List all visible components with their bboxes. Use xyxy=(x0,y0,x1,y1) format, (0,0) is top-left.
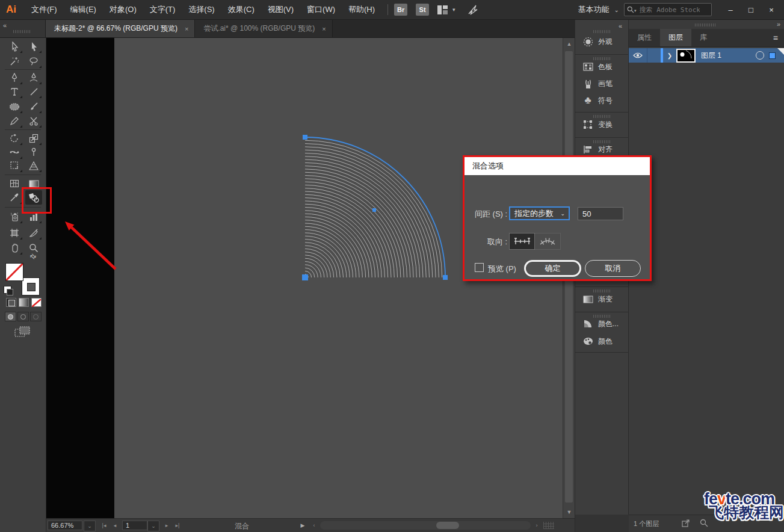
search-input[interactable] xyxy=(638,5,701,14)
maximize-button[interactable]: □ xyxy=(741,3,761,16)
panel-button-symbols[interactable]: ♣ 符号 xyxy=(575,93,629,108)
share-rocket-icon[interactable] xyxy=(468,4,478,15)
collapse-dock-icon[interactable]: « xyxy=(619,22,622,29)
menu-view[interactable]: 视图(V) xyxy=(261,4,300,15)
orientation-align-page-button[interactable] xyxy=(509,233,535,250)
stroke-color-swatch[interactable] xyxy=(22,277,40,295)
paintbrush-tool[interactable] xyxy=(25,99,42,114)
layer-visibility-eye-icon[interactable] xyxy=(629,52,647,58)
artboard-number-field[interactable]: 1 xyxy=(122,521,147,530)
menu-edit[interactable]: 编辑(E) xyxy=(64,4,103,15)
document-tab-active[interactable]: 未标题-2* @ 66.67% (RGB/GPU 预览) × xyxy=(46,20,195,37)
zoom-dropdown-icon[interactable]: ⌄ xyxy=(84,521,96,531)
eyedropper-tool[interactable] xyxy=(6,190,23,205)
layer-expand-chevron-icon[interactable]: ❯ xyxy=(663,52,676,59)
dialog-title-bar[interactable]: 混合选项 xyxy=(465,157,650,175)
screen-mode-button[interactable] xyxy=(14,326,31,341)
free-transform-tool[interactable] xyxy=(6,158,23,173)
tab-libraries[interactable]: 库 xyxy=(691,29,715,46)
panel-button-gradient[interactable]: 渐变 xyxy=(575,291,629,307)
tab-properties[interactable]: 属性 xyxy=(629,29,660,46)
puppet-warp-tool[interactable] xyxy=(25,145,42,159)
collapse-toolbar-icon[interactable]: « xyxy=(3,22,7,29)
selection-tool[interactable] xyxy=(6,39,23,54)
menu-object[interactable]: 对象(O) xyxy=(103,4,143,15)
menu-select[interactable]: 选择(S) xyxy=(182,4,221,15)
stock-search-box[interactable]: ▾ xyxy=(624,3,712,16)
last-artboard-icon[interactable]: ▸| xyxy=(173,521,182,530)
hscroll-left-icon[interactable]: ‹ xyxy=(310,521,318,530)
horizontal-scrollbar-thumb[interactable] xyxy=(436,522,459,529)
scroll-down-icon[interactable]: ▼ xyxy=(563,509,575,515)
horizontal-scrollbar[interactable] xyxy=(320,521,531,530)
layer-row[interactable]: ❯ 图层 1 xyxy=(629,48,784,63)
menu-help[interactable]: 帮助(H) xyxy=(342,4,381,15)
collect-export-icon[interactable] xyxy=(682,519,690,528)
lasso-tool[interactable] xyxy=(25,54,42,69)
bridge-button[interactable]: Br xyxy=(394,4,407,16)
default-fill-stroke-icon[interactable] xyxy=(4,286,11,294)
draw-normal-mode-button[interactable] xyxy=(5,312,16,321)
workspace-switcher[interactable]: 基本功能 ⌄ xyxy=(578,4,624,15)
draw-behind-mode-button[interactable] xyxy=(17,312,29,321)
menu-type[interactable]: 文字(T) xyxy=(143,4,182,15)
expand-dock-icon[interactable]: » xyxy=(777,20,780,28)
orientation-align-path-button[interactable] xyxy=(535,233,561,250)
menu-window[interactable]: 窗口(W) xyxy=(300,4,342,15)
artboard-dropdown-icon[interactable]: ⌄ xyxy=(147,521,159,531)
gradient-mode-button[interactable] xyxy=(19,298,29,307)
illustrator-logo[interactable]: Ai xyxy=(6,4,16,16)
scale-tool[interactable] xyxy=(25,131,42,146)
zoom-level-field[interactable]: 66.67% xyxy=(48,521,82,530)
scissors-tool[interactable] xyxy=(25,114,42,128)
scroll-up-icon[interactable]: ▲ xyxy=(563,41,575,47)
layer-thumbnail[interactable] xyxy=(676,49,696,63)
panel-gripper[interactable] xyxy=(695,23,715,26)
steps-input[interactable] xyxy=(578,207,623,220)
panel-button-color-guide[interactable]: 颜色... xyxy=(575,316,629,332)
symbol-sprayer-tool[interactable] xyxy=(6,209,23,224)
magic-wand-tool[interactable] xyxy=(6,54,23,69)
hand-tool[interactable] xyxy=(6,241,23,255)
artboard-tool[interactable] xyxy=(6,226,23,240)
arrange-documents-chevron-icon[interactable]: ▾ xyxy=(452,7,455,13)
minimize-button[interactable]: – xyxy=(720,3,741,16)
layer-selection-indicator[interactable] xyxy=(769,52,776,59)
toolbar-gripper[interactable] xyxy=(13,30,31,33)
layer-name[interactable]: 图层 1 xyxy=(701,51,721,61)
menu-file[interactable]: 文件(F) xyxy=(25,4,64,15)
dock-gripper[interactable] xyxy=(593,30,611,33)
panel-button-color[interactable]: 颜色 xyxy=(575,333,629,349)
panel-menu-icon[interactable]: ≡ xyxy=(773,29,784,46)
panel-button-swatches[interactable]: 色板 xyxy=(575,59,629,75)
next-artboard-icon[interactable]: ▸ xyxy=(162,521,171,530)
status-menu-icon[interactable]: ▶ xyxy=(298,521,307,530)
spacing-dropdown[interactable]: 指定的步数 ⌄ xyxy=(509,206,570,220)
previous-artboard-icon[interactable]: ◂ xyxy=(110,521,120,530)
document-tab-inactive[interactable]: 尝试.ai* @ 100% (RGB/GPU 预览) × xyxy=(195,20,332,37)
perspective-grid-tool[interactable] xyxy=(25,158,42,173)
locate-object-icon[interactable] xyxy=(700,519,708,528)
shaper-tool[interactable] xyxy=(6,114,23,128)
hscroll-right-icon[interactable]: › xyxy=(532,521,541,530)
statusbar-resize-grip[interactable] xyxy=(543,522,554,529)
cancel-button[interactable]: 取消 xyxy=(585,260,641,277)
curvature-tool[interactable] xyxy=(25,70,42,85)
fill-color-swatch[interactable] xyxy=(5,263,23,281)
type-tool[interactable] xyxy=(6,84,23,99)
direct-selection-tool[interactable] xyxy=(25,39,42,54)
rotate-tool[interactable] xyxy=(6,131,23,146)
none-mode-button[interactable] xyxy=(31,298,42,307)
pen-tool[interactable] xyxy=(6,70,23,85)
stock-button[interactable]: St xyxy=(416,4,429,16)
preview-checkbox[interactable] xyxy=(475,263,484,272)
width-tool[interactable] xyxy=(6,145,23,159)
arrange-documents-icon[interactable] xyxy=(437,5,448,14)
ok-button[interactable]: 确定 xyxy=(524,260,581,277)
ellipse-tool[interactable] xyxy=(6,99,23,114)
first-artboard-icon[interactable]: |◂ xyxy=(99,521,109,530)
slice-tool[interactable] xyxy=(25,226,42,240)
panel-button-brushes[interactable]: 画笔 xyxy=(575,76,629,91)
tab-layers[interactable]: 图层 xyxy=(660,29,691,46)
color-mode-button[interactable] xyxy=(6,298,16,307)
